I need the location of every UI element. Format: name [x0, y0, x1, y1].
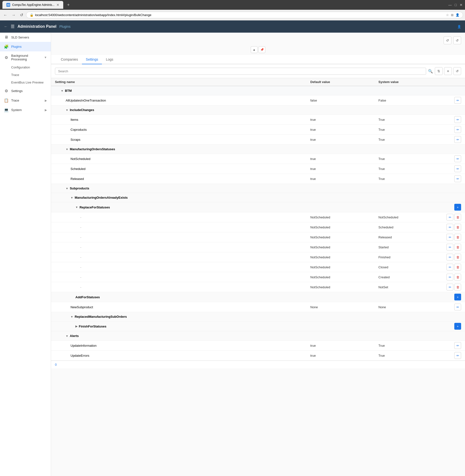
expand-ffs-icon[interactable]: ▶: [75, 325, 77, 328]
sidebar-label-eventbus: EventBus Live Preview: [11, 81, 43, 84]
add-button[interactable]: +: [454, 294, 461, 300]
table-row: AddForStatuses +: [51, 292, 465, 302]
expand-chevron-icon: ▼: [44, 56, 47, 59]
table-row: NewSubproduct None None ✏: [51, 302, 465, 312]
sidebar-item-plugins[interactable]: 🧩 Plugins: [0, 42, 51, 51]
sidebar-item-trace[interactable]: 📋 Trace ▶: [0, 96, 51, 105]
delete-button[interactable]: 🗑: [454, 224, 461, 231]
refresh-table-button[interactable]: ↺: [453, 67, 461, 75]
edit-button[interactable]: ✏: [446, 214, 453, 221]
expand-moae-icon[interactable]: ▼: [71, 196, 73, 199]
search-button[interactable]: 🔍: [428, 69, 433, 74]
edit-button[interactable]: ✏: [454, 97, 461, 104]
table-row: Scraps true True ✏: [51, 135, 465, 145]
reload-button[interactable]: ↺: [19, 12, 25, 18]
expand-includechanges-icon[interactable]: ▼: [66, 109, 68, 111]
delete-button[interactable]: 🗑: [454, 264, 461, 270]
sidebar-item-background-processing[interactable]: ⚙ Background Processing ▼: [0, 51, 51, 64]
system-expand-icon: ▶: [45, 108, 47, 112]
browser-tab[interactable]: AE CompuTec AppEngine Adminis... ✕: [2, 1, 63, 9]
refresh-plugin-button-1[interactable]: ↺: [444, 36, 451, 44]
server-icon: 🖥: [4, 35, 9, 39]
delete-button[interactable]: 🗑: [454, 284, 461, 290]
table-row: ▼ ReplacedManufacturingSubOrders: [51, 312, 465, 321]
sidebar-item-sld-servers[interactable]: 🖥 SLD Servers: [0, 33, 51, 42]
delete-button[interactable]: 🗑: [454, 214, 461, 221]
add-button[interactable]: +: [454, 323, 461, 330]
plugins-breadcrumb[interactable]: Plugins: [59, 25, 71, 29]
pin-button[interactable]: 📌: [259, 46, 265, 53]
edit-button[interactable]: ✏: [446, 224, 453, 231]
system-icon: 💻: [4, 108, 9, 112]
edit-button[interactable]: ✏: [454, 155, 461, 162]
back-nav-button[interactable]: ←: [2, 12, 9, 18]
sidebar-item-configuration[interactable]: Configuration: [0, 64, 51, 71]
maximize-button[interactable]: □: [455, 3, 457, 7]
table-row: Items true True ✏: [51, 115, 465, 125]
edit-button[interactable]: ✏: [446, 244, 453, 251]
sidebar-item-eventbus[interactable]: EventBus Live Preview: [0, 79, 51, 86]
tab-logs[interactable]: Logs: [102, 55, 117, 64]
sidebar-label-background-processing: Background Processing: [11, 54, 42, 61]
content-area: ↺ ↺ ▲ 📌 Companies Settings Logs: [51, 33, 465, 476]
edit-button[interactable]: ✏: [446, 274, 453, 280]
search-input[interactable]: [55, 68, 426, 75]
table-row: ▼ ManufacturingOrdersStatuses: [51, 145, 465, 154]
expand-subproducts-icon[interactable]: ▼: [66, 187, 68, 190]
table-row: - NotScheduled Released ✏ 🗑: [51, 232, 465, 242]
minimize-button[interactable]: —: [448, 3, 452, 7]
delete-button[interactable]: 🗑: [454, 274, 461, 280]
expand-btm-icon[interactable]: ▼: [61, 89, 63, 92]
profile-icon[interactable]: 👤: [455, 13, 459, 17]
add-button[interactable]: +: [454, 204, 461, 210]
edit-button[interactable]: ✏: [446, 264, 453, 270]
expand-rfs-icon[interactable]: ▼: [75, 206, 78, 209]
sidebar-toggle-button[interactable]: ←: [4, 24, 8, 29]
menu-hamburger-button[interactable]: ☰: [11, 24, 15, 29]
edit-button[interactable]: ✏: [454, 126, 461, 133]
sidebar-item-trace-sub[interactable]: Trace: [0, 71, 51, 79]
edit-button[interactable]: ✏: [454, 165, 461, 172]
tabs-bar: Companies Settings Logs: [51, 55, 465, 64]
edit-button[interactable]: ✏: [454, 175, 461, 182]
edit-button[interactable]: ✏: [446, 254, 453, 261]
close-button[interactable]: ✕: [460, 3, 463, 7]
sidebar-item-system[interactable]: 💻 System ▶: [0, 105, 51, 115]
star-icon[interactable]: ☆: [446, 13, 449, 17]
expand-rmso-icon[interactable]: ▼: [71, 315, 73, 318]
delete-button[interactable]: 🗑: [454, 254, 461, 261]
extension-icon[interactable]: ⊞: [451, 13, 454, 17]
plugin-icon: 🧩: [4, 44, 9, 49]
user-icon[interactable]: 👤: [457, 25, 461, 29]
edit-button[interactable]: ✏: [454, 136, 461, 143]
delete-button[interactable]: 🗑: [454, 234, 461, 241]
refresh-plugin-button-2[interactable]: ↺: [453, 36, 461, 44]
edit-button[interactable]: ✏: [454, 342, 461, 349]
window-controls: — □ ✕: [448, 3, 463, 7]
tab-close-button[interactable]: ✕: [56, 3, 59, 7]
expand-alerts-icon[interactable]: ▼: [66, 334, 68, 337]
edit-button[interactable]: ✏: [446, 234, 453, 241]
sidebar-label-plugins: Plugins: [11, 45, 47, 48]
collapse-up-button[interactable]: ▲: [251, 46, 258, 53]
table-row: Scheduled true True ✏: [51, 164, 465, 174]
edit-button[interactable]: ✏: [454, 352, 461, 359]
filter-button[interactable]: ≡: [444, 67, 452, 75]
tab-favicon: AE: [6, 3, 10, 7]
tab-title: CompuTec AppEngine Adminis...: [12, 3, 54, 7]
edit-button[interactable]: ✏: [454, 304, 461, 310]
url-input[interactable]: [35, 13, 444, 17]
table-row: NotScheduled true True ✏: [51, 154, 465, 164]
edit-button[interactable]: ✏: [446, 284, 453, 290]
tab-settings[interactable]: Settings: [82, 55, 102, 64]
col-header-system-value: System value: [378, 80, 446, 84]
edit-button[interactable]: ✏: [454, 116, 461, 123]
tab-companies[interactable]: Companies: [57, 55, 82, 64]
sort-button[interactable]: ⇅: [435, 67, 443, 75]
forward-nav-button[interactable]: →: [10, 12, 17, 18]
new-tab-button[interactable]: +: [65, 2, 72, 8]
expand-mos-icon[interactable]: ▼: [66, 148, 68, 151]
sidebar-item-settings[interactable]: ⚙ Settings: [0, 86, 51, 96]
table-row: - NotScheduled Scheduled ✏ 🗑: [51, 222, 465, 232]
delete-button[interactable]: 🗑: [454, 244, 461, 251]
